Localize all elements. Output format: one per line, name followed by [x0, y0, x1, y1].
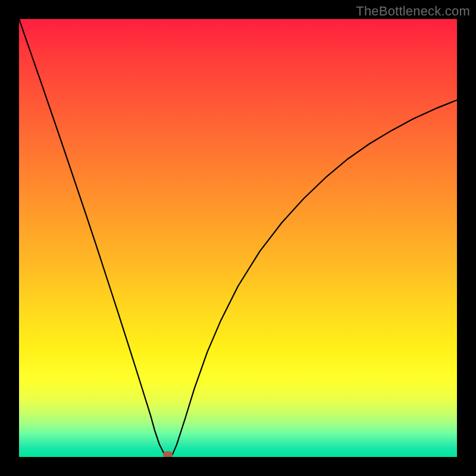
- chart-frame: TheBottleneck.com: [0, 0, 476, 476]
- curve-path: [19, 19, 457, 457]
- bottleneck-curve: [19, 19, 457, 457]
- plot-area: [19, 19, 457, 457]
- watermark-label: TheBottleneck.com: [356, 4, 470, 19]
- minimum-marker: [163, 452, 173, 458]
